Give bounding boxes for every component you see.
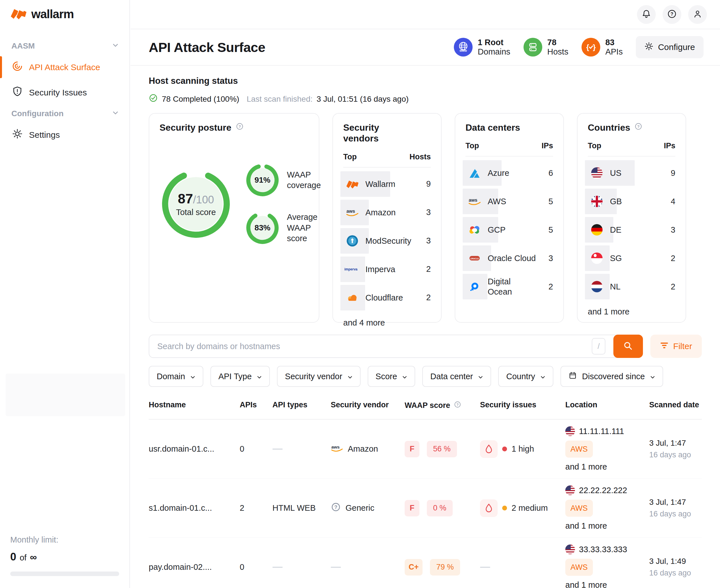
chevron-down-icon <box>402 372 407 381</box>
scanned-date-cell: 3 Jul, 1:49 16 days ago <box>649 557 705 578</box>
country-name: DE <box>610 225 621 235</box>
security-posture-card: Security posture ? 87/100 <box>149 113 319 323</box>
country-row[interactable]: NL 2 <box>588 272 675 301</box>
wallarm-vendor-icon <box>343 179 361 189</box>
countries-more-link[interactable]: and 1 more <box>588 307 675 316</box>
country-row[interactable]: US 9 <box>588 159 675 187</box>
vendor-row[interactable]: aws Amazon 3 <box>343 198 431 227</box>
waap-score-cell: F 0 % <box>405 500 480 517</box>
location-more-link[interactable]: and 1 more <box>565 521 607 531</box>
nav-section-configuration-label: Configuration <box>12 109 64 118</box>
vendors-more-link[interactable]: and 4 more <box>343 318 431 328</box>
column-security-vendor[interactable]: Security vendor <box>331 400 405 409</box>
scanning-status-heading: Host scanning status <box>149 76 702 86</box>
filter-chip-data-center[interactable]: Data center <box>422 366 491 387</box>
apis-cell: 0 <box>240 444 273 454</box>
scan-date: 3 Jul, 1:49 <box>649 557 705 566</box>
vendor-row[interactable]: Wallarm 9 <box>343 170 431 198</box>
monthly-limit-label: Monthly limit: <box>10 535 119 545</box>
search-button[interactable] <box>613 335 643 358</box>
column-api-types[interactable]: API types <box>273 400 331 409</box>
column-waap-score[interactable]: WAAP score ? <box>405 400 480 411</box>
table-row[interactable]: s1.domain-01.c... 2 HTML WEB ? Generic F… <box>149 479 702 538</box>
filter-chip-api-type[interactable]: API Type <box>211 366 270 387</box>
table-row[interactable]: pay.domain-02.... 0 C+ 79 % 33.33.33.333 <box>149 538 702 588</box>
column-location[interactable]: Location <box>565 400 649 409</box>
app-root: wallarm AASM API Attack Surface Security… <box>0 0 720 588</box>
column-hosts: Hosts <box>409 152 431 161</box>
datacenter-name: GCP <box>488 225 505 235</box>
datacenter-row[interactable]: ORACLE Oracle Cloud 3 <box>465 244 553 272</box>
security-vendors-card: Security vendors Top Hosts Wallarm 9 <box>333 113 442 323</box>
scanning-status-row: 78 Completed (100%) Last scan finished: … <box>149 93 702 105</box>
score-badge: 0 % <box>427 500 453 517</box>
datacenter-row[interactable]: aws AWS 5 <box>465 187 553 216</box>
hostname-cell[interactable]: pay.domain-02.... <box>149 563 240 572</box>
filter-chip-security-vendor[interactable]: Security vendor <box>277 366 361 387</box>
generic-vendor-icon: ? <box>331 502 341 514</box>
vendor-row[interactable]: Cloudflare 2 <box>343 284 431 312</box>
table-row[interactable]: usr.domain-01.c... 0 aws Amazon F 56 % <box>149 420 702 479</box>
flag-sg-icon <box>588 253 606 264</box>
hostname-cell[interactable]: s1.domain-01.c... <box>149 503 240 513</box>
help-circle-icon[interactable]: ? <box>236 122 244 132</box>
vendor-value: 9 <box>426 179 431 189</box>
datacenter-row[interactable]: GCP 5 <box>465 216 553 244</box>
calendar-icon <box>568 371 577 382</box>
country-row[interactable]: SG 2 <box>588 244 675 272</box>
vendor-row[interactable]: ModSecurity 3 <box>343 227 431 255</box>
country-row[interactable]: GB 4 <box>588 187 675 216</box>
sidebar-item-security-issues[interactable]: Security Issues <box>0 80 129 105</box>
svg-text:www: www <box>459 49 467 52</box>
help-circle-icon[interactable]: ? <box>634 122 643 132</box>
filter-button[interactable]: Filter <box>650 335 702 358</box>
column-security-issues[interactable]: Security issues <box>480 400 565 409</box>
country-value: 2 <box>671 254 675 263</box>
location-more-link[interactable]: and 1 more <box>565 462 607 471</box>
apis-cell: 0 <box>240 563 273 572</box>
configure-button[interactable]: Configure <box>636 36 703 58</box>
vendor-row[interactable]: imperva Imperva 2 <box>343 255 431 284</box>
monthly-limit: Monthly limit: 0 of ∞ <box>10 535 119 576</box>
globe-www-icon: www <box>454 38 473 57</box>
chevron-down-icon <box>540 372 545 381</box>
brand-logo[interactable]: wallarm <box>0 0 129 21</box>
scanned-date-cell: 3 Jul, 1:47 16 days ago <box>649 439 705 459</box>
help-circle-icon: ? <box>667 9 677 20</box>
datacenter-row[interactable]: Azure 6 <box>465 159 553 187</box>
column-apis[interactable]: APIs <box>240 400 273 409</box>
country-row[interactable]: DE 3 <box>588 216 675 244</box>
topbar: ? <box>131 0 720 29</box>
filter-chip-score[interactable]: Score <box>368 366 416 387</box>
filter-chip-discovered-since[interactable]: Discovered since <box>560 366 663 387</box>
chevron-down-icon <box>257 372 262 381</box>
aws-logo-icon: aws <box>465 197 484 206</box>
chip-label: API Type <box>218 372 252 381</box>
column-scanned-date[interactable]: Scanned date <box>649 400 705 409</box>
stat-root-domains: www 1 Root Domains <box>454 38 510 57</box>
help-button[interactable]: ? <box>663 5 681 24</box>
sidebar-item-settings[interactable]: Settings <box>0 122 129 147</box>
page-title: API Attack Surface <box>149 40 454 55</box>
location-more-link[interactable]: and 1 more <box>565 580 607 588</box>
search-input[interactable] <box>157 342 587 351</box>
nav-section-configuration[interactable]: Configuration <box>0 105 129 122</box>
account-button[interactable] <box>688 5 707 24</box>
filter-chip-domain[interactable]: Domain <box>149 366 203 387</box>
notifications-button[interactable] <box>637 5 656 24</box>
hostname-cell[interactable]: usr.domain-01.c... <box>149 444 240 454</box>
column-hostname[interactable]: Hostname <box>149 400 240 409</box>
gear-icon <box>12 128 23 141</box>
country-value: 9 <box>671 168 675 178</box>
empty-value-dash <box>480 567 490 568</box>
svg-text:?: ? <box>456 403 459 407</box>
nav-section-aasm[interactable]: AASM <box>0 38 129 55</box>
total-score-donut: 87/100 Total score <box>160 168 232 240</box>
sidebar-item-api-attack-surface[interactable]: API Attack Surface <box>0 55 129 80</box>
filter-chip-country[interactable]: Country <box>498 366 553 387</box>
ring-value: 91% <box>245 163 280 198</box>
svg-text:}: } <box>593 43 596 51</box>
datacenter-row[interactable]: Digital Ocean 2 <box>465 272 553 301</box>
droplet-icon <box>480 499 498 517</box>
server-icon <box>523 38 542 57</box>
